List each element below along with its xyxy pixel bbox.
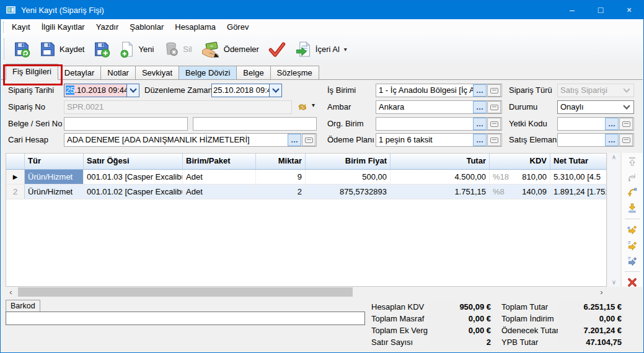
col-header-satir-ogesi[interactable]: Satır Öğesi <box>84 154 183 169</box>
tab-fis-bilgileri[interactable]: Fiş Bilgileri <box>6 64 58 80</box>
cari-hesap-lookup-button[interactable]: … <box>288 134 301 146</box>
menu-item-yazdir[interactable]: Yazdır <box>90 19 125 35</box>
odeme-plani-field[interactable]: 1 peşin 6 taksit … <box>376 133 502 147</box>
duzenleme-zamani-value[interactable]: 25.10.2018 09:44 <box>212 84 269 97</box>
col-header-net-tutar[interactable]: Net Tutar <box>550 154 607 169</box>
col-header-miktar[interactable]: Miktar <box>256 154 306 169</box>
seri-no-field[interactable] <box>193 117 317 131</box>
scroll-left-icon[interactable]: ‹ <box>6 287 16 297</box>
barkod-input[interactable] <box>6 312 365 325</box>
org-birim-lookup-button[interactable]: … <box>473 118 487 130</box>
add-line-icon[interactable] <box>625 224 639 235</box>
row2-miktar-cell[interactable]: 2 <box>256 185 306 199</box>
ambar-value[interactable]: Ankara <box>376 101 473 113</box>
horizontal-scroll-thumb[interactable] <box>18 287 353 297</box>
maximize-button[interactable]: □ <box>586 1 615 19</box>
odemeler-button[interactable]: Ödemeler <box>196 38 263 60</box>
odeme-plani-value[interactable]: 1 peşin 6 taksit <box>376 134 473 146</box>
row2-kdv-cell[interactable]: %8140,09 <box>490 185 550 199</box>
tab-belge-dovizi[interactable]: Belge Dövizi <box>179 66 237 79</box>
grid-horizontal-scrollbar[interactable]: ‹ › <box>6 287 607 297</box>
menu-item-gorev[interactable]: Görev <box>221 19 254 35</box>
tab-barkod[interactable]: Barkod <box>6 300 40 312</box>
insert-row-icon[interactable] <box>625 203 639 214</box>
org-birim-keypad-button[interactable] <box>487 118 501 130</box>
cari-hesap-keypad-button[interactable] <box>302 134 315 146</box>
is-birimi-value[interactable]: 1 - İç Anadolu Bölgesi [İç Anad <box>376 84 473 97</box>
close-button[interactable]: × <box>615 1 643 19</box>
row2-birim-fiyat-cell[interactable]: 875,5732893 <box>306 185 390 199</box>
col-header-birim-paket[interactable]: Birim/Paket <box>183 154 256 169</box>
save-and-close-button[interactable] <box>9 38 35 60</box>
row1-tutar-cell[interactable]: 4.500,00 <box>390 170 490 184</box>
yetki-kodu-field[interactable]: … <box>557 117 634 131</box>
confirm-button[interactable] <box>263 38 291 60</box>
durumu-value[interactable]: Onaylı <box>558 101 620 113</box>
iceri-al-button[interactable]: İçeri Al ▾ <box>291 38 351 60</box>
row1-miktar-cell[interactable]: 9 <box>256 170 306 184</box>
yetki-kodu-keypad-button[interactable] <box>619 118 633 130</box>
is-birimi-keypad-button[interactable] <box>487 84 501 97</box>
siparis-tarihi-field[interactable]: 25.10.2018 09:44 <box>64 84 139 97</box>
siparis-no-dropdown-caret[interactable]: ▾ <box>312 102 315 108</box>
scroll-right-icon[interactable]: › <box>596 287 607 297</box>
satis-elemani-keypad-button[interactable] <box>619 134 633 146</box>
menu-item-kayit[interactable]: Kayıt <box>6 19 36 35</box>
iceri-al-dropdown-caret[interactable]: ▾ <box>344 46 347 53</box>
row1-birim-paket-cell[interactable]: Adet <box>183 170 256 184</box>
satis-elemani-lookup-button[interactable]: … <box>605 134 619 146</box>
date-selected-segment[interactable]: 25 <box>66 85 74 95</box>
add-detail-line-icon[interactable] <box>625 255 639 266</box>
duzenleme-zamani-dropdown-button[interactable] <box>269 84 281 97</box>
grid-row-1[interactable]: ▶ Ürün/Hizmet 001.01.03 [Casper Excalibu… <box>6 170 606 185</box>
belge-no-field[interactable] <box>64 117 188 131</box>
cari-hesap-field[interactable]: ADA DENEME [ADA DANIŞMANLIK HİZMETLERİ] … <box>64 133 317 147</box>
col-header-tur[interactable]: Tür <box>25 154 84 169</box>
menu-item-hesaplama[interactable]: Hesaplama <box>169 19 221 35</box>
row2-net-tutar-cell[interactable]: 1.891,24 [1.751, <box>550 185 607 199</box>
durumu-combo[interactable]: Onaylı <box>557 100 634 114</box>
odeme-plani-lookup-button[interactable]: … <box>473 134 487 146</box>
row1-net-tutar-cell[interactable]: 5.310,00 [4.5 <box>550 170 607 184</box>
odeme-plani-keypad-button[interactable] <box>487 134 501 146</box>
date-rest-segment[interactable]: .10.2018 09:44 <box>74 85 126 95</box>
duzenleme-zamani-field[interactable]: 25.10.2018 09:44 <box>211 84 282 97</box>
insert-line-icon[interactable] <box>625 187 639 198</box>
save-new-button[interactable] <box>89 38 115 60</box>
row1-tur-cell[interactable]: Ürün/Hizmet <box>25 170 84 184</box>
ambar-field[interactable]: Ankara … <box>376 100 502 114</box>
delete-line-icon[interactable] <box>625 277 639 288</box>
minimize-button[interactable]: – <box>558 1 586 19</box>
scroll-up-icon[interactable]: ∧ <box>612 153 616 162</box>
ambar-lookup-button[interactable]: … <box>473 101 487 113</box>
grid-vertical-scrollbar[interactable]: ∧ ∨ <box>608 153 620 287</box>
grid-row-2[interactable]: 2 Ürün/Hizmet 001.01.02 [Casper Excalibu… <box>6 185 606 199</box>
col-header-tutar[interactable]: Tutar <box>390 154 490 169</box>
row1-satir-ogesi-cell[interactable]: 001.01.03 [Casper Excalibur … <box>84 170 183 184</box>
col-header-birim-fiyat[interactable]: Birim Fiyat <box>306 154 390 169</box>
ambar-keypad-button[interactable] <box>487 101 501 113</box>
siparis-no-sync-icon[interactable] <box>296 102 309 112</box>
satis-elemani-field[interactable]: … <box>557 133 634 147</box>
kaydet-button[interactable]: Kaydet <box>35 38 89 60</box>
is-birimi-lookup-button[interactable]: … <box>473 84 487 97</box>
add-multi-line-icon[interactable] <box>625 240 639 251</box>
is-birimi-field[interactable]: 1 - İç Anadolu Bölgesi [İç Anad … <box>376 84 502 97</box>
menu-item-ilgili-kayitlar[interactable]: İlgili Kayıtlar <box>36 19 90 35</box>
org-birim-field[interactable]: … <box>376 117 502 131</box>
tab-notlar[interactable]: Notlar <box>100 66 136 79</box>
tab-belge[interactable]: Belge <box>236 66 270 79</box>
row2-tur-cell[interactable]: Ürün/Hizmet <box>25 185 84 199</box>
row2-birim-paket-cell[interactable]: Adet <box>183 185 256 199</box>
yeni-button[interactable]: Yeni <box>115 38 158 60</box>
durumu-dropdown[interactable] <box>620 101 633 113</box>
tab-sevkiyat[interactable]: Sevkiyat <box>135 66 179 79</box>
scroll-down-icon[interactable]: ∨ <box>612 278 616 287</box>
tab-sozlesme[interactable]: Sözleşme <box>270 66 319 79</box>
yetki-kodu-lookup-button[interactable]: … <box>605 118 619 130</box>
row1-birim-fiyat-cell[interactable]: 500,00 <box>306 170 390 184</box>
col-header-kdv[interactable]: KDV <box>490 154 550 169</box>
row1-kdv-cell[interactable]: %18810,00 <box>490 170 550 184</box>
row2-tutar-cell[interactable]: 1.751,15 <box>390 185 490 199</box>
menu-item-sablonlar[interactable]: Şablonlar <box>124 19 169 35</box>
